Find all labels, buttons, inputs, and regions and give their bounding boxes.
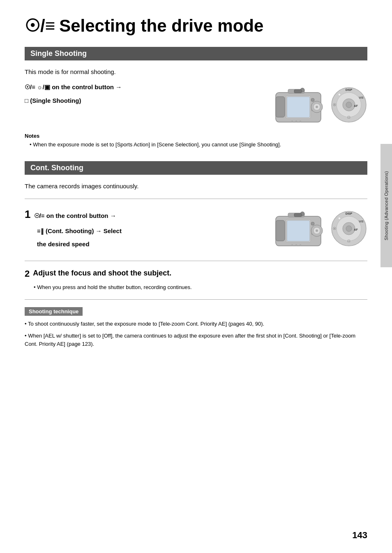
svg-rect-27	[276, 220, 285, 241]
svg-text:☉: ☉	[333, 227, 336, 231]
step2-bullet: • When you press and hold the shutter bu…	[25, 283, 367, 292]
svg-point-19	[346, 102, 352, 108]
svg-point-32	[311, 222, 314, 225]
svg-text:WB: WB	[359, 220, 364, 223]
sidebar-label-text: Shooting (Advanced Operations)	[384, 171, 389, 241]
single-shooting-images: DISP ☉ WB AF □	[274, 84, 367, 125]
svg-text:□: □	[348, 115, 350, 119]
shooting-technique-block: Shooting technique • To shoot continuous…	[25, 307, 367, 349]
cont-step1: 1 ☉/≡ on the control button → ≡‖ (Cont. …	[25, 206, 367, 253]
svg-point-40	[295, 244, 297, 246]
sidebar-label: Shooting (Advanced Operations)	[380, 144, 392, 267]
cont-shooting-header: Cont. Shooting	[25, 161, 367, 175]
notes-title: Notes	[25, 133, 367, 139]
single-shooting-step: ☉/≡ ☼/▣ on the control button → □ (Singl…	[25, 83, 367, 125]
cont-shooting-intro: The camera records images continuously.	[25, 181, 367, 191]
cont-shooting-section: Cont. Shooting The camera records images…	[25, 161, 367, 349]
camera-illustration-2	[274, 208, 327, 249]
svg-text:DISP: DISP	[346, 212, 353, 215]
single-shooting-section: Single Shooting This mode is for normal …	[25, 47, 367, 149]
svg-text:AF: AF	[354, 104, 358, 107]
divider-1	[25, 199, 367, 199]
cont-step2: 2 Adjust the focus and shoot the subject…	[25, 268, 367, 279]
svg-text:DISP: DISP	[346, 88, 353, 91]
step2-number: 2	[25, 268, 30, 279]
svg-point-13	[291, 120, 293, 122]
svg-point-51	[338, 217, 341, 220]
svg-point-25	[338, 93, 341, 96]
cont-step1-text: 1 ☉/≡ on the control button → ≡‖ (Cont. …	[25, 206, 274, 253]
single-shooting-step-text: ☉/≡ ☼/▣ on the control button → □ (Singl…	[25, 83, 274, 109]
svg-point-6	[311, 98, 314, 102]
notes-text: • When the exposure mode is set to [Spor…	[25, 141, 367, 149]
notes-block: Notes • When the exposure mode is set to…	[25, 133, 367, 149]
dial-illustration-1: DISP ☉ WB AF □	[330, 86, 367, 123]
single-step-line1: ☉/≡ ☼/▣ on the control button →	[25, 83, 265, 92]
svg-text:AF: AF	[354, 228, 358, 231]
title-symbol: ☉/≡	[25, 16, 55, 35]
page-title: ☉/≡ Selecting the drive mode	[25, 16, 367, 35]
svg-text:□: □	[348, 239, 350, 243]
svg-point-41	[300, 244, 301, 246]
svg-text:☉: ☉	[333, 103, 336, 107]
title-text: Selecting the drive mode	[59, 16, 263, 35]
cont-step1-line0: 1 ☉/≡ on the control button →	[25, 206, 265, 222]
single-shooting-header: Single Shooting	[25, 47, 367, 60]
step2-text: Adjust the focus and shoot the subject.	[33, 268, 171, 278]
svg-rect-35	[294, 213, 302, 217]
svg-rect-3	[287, 97, 310, 118]
svg-point-38	[316, 229, 318, 232]
notes-bullet: When the exposure mode is set to [Sports…	[33, 141, 281, 148]
svg-text:WB: WB	[359, 96, 364, 99]
divider-2	[25, 261, 367, 261]
single-shooting-intro: This mode is for normal shooting.	[25, 67, 367, 77]
svg-point-39	[291, 244, 293, 246]
page-number: 143	[352, 530, 367, 541]
svg-point-45	[346, 226, 352, 231]
technique-bullet-2: • When [AEL w/ shutter] is set to [Off],…	[25, 332, 367, 349]
svg-rect-29	[287, 220, 310, 241]
technique-bullet-1: • To shoot continuously faster, set the …	[25, 320, 367, 329]
svg-point-12	[316, 106, 318, 108]
divider-3	[25, 299, 367, 300]
svg-point-14	[295, 120, 297, 122]
cont-step1-line2: ≡‖ (Cont. Shooting) → Select	[25, 227, 265, 236]
single-step-line2: □ (Single Shooting)	[25, 96, 265, 106]
dial-illustration-2: DISP ☉ WB AF □	[330, 210, 367, 247]
svg-rect-1	[276, 97, 285, 117]
svg-point-15	[300, 120, 301, 122]
technique-badge: Shooting technique	[25, 307, 83, 316]
cont-step1-line3: the desired speed	[25, 240, 265, 249]
cont-step1-images: DISP ☉ WB AF □	[274, 208, 367, 249]
camera-illustration-1	[274, 84, 327, 125]
svg-rect-9	[294, 90, 302, 93]
